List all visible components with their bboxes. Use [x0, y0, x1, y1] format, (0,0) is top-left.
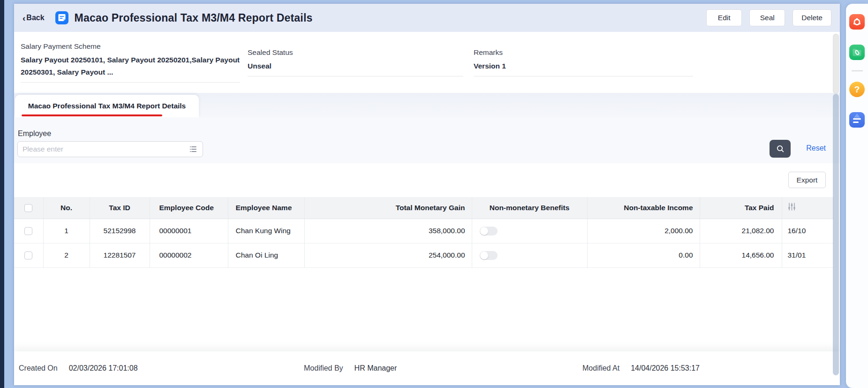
field-underline	[21, 82, 240, 83]
cell-date-truncated: 31/01	[782, 243, 834, 267]
reset-link[interactable]: Reset	[806, 144, 826, 152]
cell-employee-name: Chan Kung Wing	[228, 219, 304, 243]
cell-employee-name: Chan Oi Ling	[228, 243, 304, 267]
screen-left-edge	[0, 0, 4, 388]
filter-section: Employee Reset	[14, 117, 840, 163]
report-table-area: No. Tax ID Employee Code Employee Name T…	[14, 197, 834, 310]
column-header-total-monetary-gain: Total Monetary Gain	[304, 197, 472, 219]
cell-employee-code: 00000001	[150, 219, 228, 243]
active-tab-indicator	[22, 114, 162, 116]
cell-tax-paid: 14,656.00	[700, 243, 782, 267]
tab-label: Macao Professional Tax M3/M4 Report Deta…	[28, 102, 186, 110]
field-underline	[248, 76, 463, 76]
column-header-non-monetary-benefits: Non-monetary Benefits	[472, 197, 587, 219]
record-info-section: Salary Payment Scheme Salary Payout 2025…	[14, 32, 840, 93]
panel-divider	[852, 70, 863, 71]
report-document-icon	[55, 11, 69, 25]
titlebar-actions: Edit Seal Delete	[706, 9, 831, 26]
back-button[interactable]: ‹ Back	[23, 14, 45, 23]
info-value: Salary Payout 20250101, Salary Payout 20…	[21, 54, 240, 78]
cell-tax-paid: 21,082.00	[700, 219, 782, 243]
modified-at-group: Modified At 14/04/2026 15:53:17	[582, 364, 700, 373]
toolkit-line	[853, 122, 859, 123]
info-value: Unseal	[248, 60, 463, 72]
cell-total-monetary-gain: 254,000.00	[304, 243, 472, 267]
created-on-group: Created On 02/03/2026 17:01:08	[19, 364, 138, 373]
table-row[interactable]: 2 12281507 00000002 Chan Oi Ling 254,000…	[14, 243, 834, 267]
toggle-knob	[480, 227, 488, 235]
toolkit-line	[853, 118, 861, 120]
table-header-row: No. Tax ID Employee Code Employee Name T…	[14, 197, 834, 219]
side-utility-panel: ?	[846, 4, 868, 388]
search-button[interactable]	[770, 140, 791, 158]
column-header-employee-code: Employee Code	[150, 197, 228, 219]
titlebar: ‹ Back Macao Professional Tax M3/M4 Repo…	[14, 4, 840, 32]
tab-bar: Macao Professional Tax M3/M4 Report Deta…	[14, 93, 840, 117]
row-checkbox[interactable]	[24, 251, 32, 259]
toolkit-icon[interactable]	[849, 112, 865, 128]
non-monetary-benefits-toggle[interactable]	[480, 251, 498, 260]
tab-report-details[interactable]: Macao Professional Tax M3/M4 Report Deta…	[15, 95, 199, 117]
cell-tax-id: 12281507	[90, 243, 150, 267]
column-header-tax-paid: Tax Paid	[700, 197, 782, 219]
report-table: No. Tax ID Employee Code Employee Name T…	[14, 197, 834, 268]
back-label: Back	[26, 14, 44, 22]
export-button[interactable]: Export	[788, 172, 826, 188]
vertical-scrollbar-track[interactable]	[833, 94, 839, 375]
record-meta-footer: Created On 02/03/2026 17:01:08 Modified …	[14, 351, 840, 385]
column-settings-icon[interactable]	[787, 202, 796, 211]
info-label: Salary Payment Scheme	[21, 42, 240, 51]
cell-employee-code: 00000002	[150, 243, 228, 267]
cell-total-monetary-gain: 358,000.00	[304, 219, 472, 243]
select-list-icon[interactable]	[189, 145, 198, 153]
cell-no: 2	[43, 243, 90, 267]
cell-non-taxable-income: 0.00	[587, 243, 700, 267]
info-value: Version 1	[474, 60, 693, 72]
modified-by-value: HR Manager	[355, 364, 397, 373]
back-chevron-icon: ‹	[23, 14, 25, 23]
cell-non-taxable-income: 2,000.00	[587, 219, 700, 243]
app-launcher-icon[interactable]	[849, 14, 865, 30]
help-icon[interactable]: ?	[849, 82, 865, 97]
delete-button[interactable]: Delete	[793, 9, 831, 26]
table-toolbar: Export	[14, 163, 840, 197]
column-header-tax-id: Tax ID	[90, 197, 150, 219]
cell-no: 1	[43, 219, 90, 243]
created-on-label: Created On	[19, 364, 58, 373]
search-icon	[776, 144, 785, 153]
info-field-remarks: Remarks Version 1	[474, 48, 693, 76]
column-header-no: No.	[43, 197, 90, 219]
seal-button[interactable]: Seal	[749, 9, 785, 26]
field-underline	[474, 76, 693, 76]
modified-at-value: 14/04/2026 15:53:17	[631, 364, 700, 373]
non-monetary-benefits-toggle[interactable]	[480, 227, 498, 236]
created-on-value: 02/03/2026 17:01:08	[69, 364, 138, 373]
edit-button[interactable]: Edit	[706, 9, 742, 26]
select-all-checkbox[interactable]	[24, 204, 32, 212]
info-label: Sealed Status	[248, 48, 463, 57]
row-checkbox[interactable]	[24, 227, 32, 235]
vertical-scrollbar-thumb[interactable]	[833, 34, 839, 94]
toolkit-flap	[852, 114, 862, 118]
column-header-employee-name: Employee Name	[228, 197, 304, 219]
info-field-sealed-status: Sealed Status Unseal	[248, 48, 463, 76]
modified-at-label: Modified At	[582, 364, 619, 373]
modified-by-label: Modified By	[304, 364, 343, 373]
column-header-non-taxable-income: Non-taxable Income	[587, 197, 700, 219]
app-window: ‹ Back Macao Professional Tax M3/M4 Repo…	[14, 4, 840, 385]
cell-tax-id: 52152998	[90, 219, 150, 243]
info-field-salary-payment-scheme: Salary Payment Scheme Salary Payout 2025…	[21, 42, 240, 82]
table-row[interactable]: 1 52152998 00000001 Chan Kung Wing 358,0…	[14, 219, 834, 243]
employee-input-wrap	[17, 141, 203, 157]
employee-field-label: Employee	[18, 129, 51, 138]
modified-by-group: Modified By HR Manager	[304, 364, 397, 373]
toggle-knob	[480, 251, 488, 259]
cell-date-truncated: 16/10	[782, 219, 834, 243]
info-label: Remarks	[474, 48, 693, 57]
employee-input[interactable]	[23, 145, 189, 153]
attachments-folder-icon[interactable]	[849, 45, 865, 60]
page-title: Macao Professional Tax M3/M4 Report Deta…	[75, 12, 313, 24]
